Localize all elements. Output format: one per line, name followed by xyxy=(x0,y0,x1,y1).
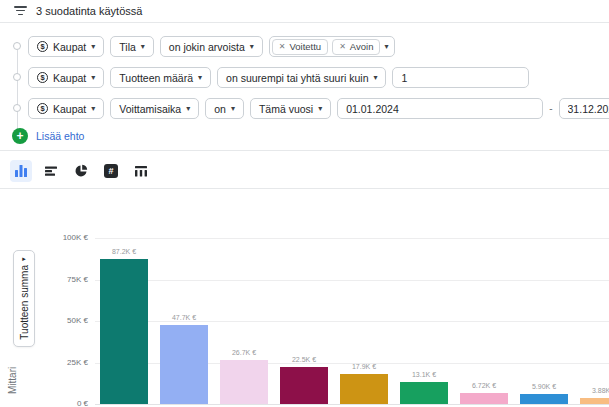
chevron-down-icon: ▾ xyxy=(250,43,254,51)
bar-value-label: 13.1K € xyxy=(394,371,454,378)
date-from-input[interactable] xyxy=(337,98,543,119)
field-select[interactable]: Tila ▾ xyxy=(110,36,154,57)
chevron-down-icon: ▾ xyxy=(141,43,145,51)
bar-value-label: 5.90K € xyxy=(514,383,574,390)
condition-connector-line xyxy=(17,50,18,130)
close-icon[interactable]: ✕ xyxy=(279,42,286,51)
bar-segment[interactable] xyxy=(160,325,208,404)
y-axis-tick-label: 100K € xyxy=(33,233,88,242)
pie-chart-icon[interactable] xyxy=(70,160,92,182)
gridline xyxy=(95,238,609,239)
date-preset-select[interactable]: Tämä vuosi ▾ xyxy=(250,98,331,119)
entity-label: Kaupat xyxy=(53,103,86,115)
chart-type-toolbar: # xyxy=(10,160,152,182)
bar-chart-icon[interactable] xyxy=(40,160,62,182)
table-icon[interactable] xyxy=(130,160,152,182)
chip-label: Avoin xyxy=(350,41,374,52)
chip-label: Voitettu xyxy=(289,41,321,52)
date-range-separator: - xyxy=(549,103,552,114)
hash-glyph: # xyxy=(104,164,118,178)
operator-label: on suurempi tai yhtä suuri kuin xyxy=(226,72,368,84)
bar-value-label: 47.7K € xyxy=(154,314,214,321)
chevron-down-icon: ▾ xyxy=(186,105,190,113)
gridline xyxy=(95,280,609,281)
bar-segment[interactable] xyxy=(100,259,148,404)
operator-select[interactable]: on ▾ xyxy=(205,98,244,119)
condition-radio-1[interactable] xyxy=(13,42,21,50)
header-divider xyxy=(0,22,609,23)
chevron-down-icon: ▾ xyxy=(91,105,95,113)
bar-segment[interactable] xyxy=(340,374,388,404)
filter-row-win-time: $ Kaupat ▾ Voittamisaika ▾ on ▾ Tämä vuo… xyxy=(28,98,609,119)
chevron-down-icon: ▾ xyxy=(318,105,322,113)
field-select[interactable]: Voittamisaika ▾ xyxy=(110,98,199,119)
filters-in-use-label: 3 suodatinta käytössä xyxy=(36,0,142,22)
number-icon[interactable]: # xyxy=(100,160,122,182)
value-multiselect[interactable]: ✕ Voitettu ✕ Avoin ▾ xyxy=(269,36,396,57)
chevron-down-icon: ▾ xyxy=(198,74,202,82)
bar-value-label: 3.88K € xyxy=(574,387,609,394)
entity-select[interactable]: $ Kaupat ▾ xyxy=(28,98,104,119)
measure-label: Tuotteen summa xyxy=(19,265,30,340)
deal-icon: $ xyxy=(37,103,48,114)
chevron-down-icon: ▾ xyxy=(91,43,95,51)
bar-segment[interactable] xyxy=(400,382,448,404)
operator-label: on xyxy=(214,103,226,115)
add-condition-label: Lisää ehto xyxy=(36,130,84,142)
quantity-value-input[interactable] xyxy=(392,67,529,88)
panel-divider xyxy=(0,150,609,151)
y-axis-tick-label: 50K € xyxy=(33,316,88,325)
gridline xyxy=(95,321,609,322)
y-axis-tick-label: 75K € xyxy=(33,275,88,284)
bar-segment[interactable] xyxy=(580,398,609,404)
deal-icon: $ xyxy=(37,41,48,52)
toolbar-divider xyxy=(0,188,609,189)
bar-value-label: 6.72K € xyxy=(454,382,514,389)
filter-row-status: $ Kaupat ▾ Tila ▾ on jokin arvoista ▾ ✕ … xyxy=(28,36,395,57)
filter-header: 3 suodatinta käytössä xyxy=(0,0,609,22)
gridline xyxy=(95,404,609,405)
entity-select[interactable]: $ Kaupat ▾ xyxy=(28,67,104,88)
date-to-input[interactable] xyxy=(559,98,609,119)
bar-value-label: 17.9K € xyxy=(334,363,394,370)
filter-row-product-quantity: $ Kaupat ▾ Tuotteen määrä ▾ on suurempi … xyxy=(28,67,529,88)
analytics-screen: 3 suodatinta käytössä $ Kaupat ▾ Tila ▾ … xyxy=(0,0,609,407)
bar-segment[interactable] xyxy=(220,360,268,404)
entity-select[interactable]: $ Kaupat ▾ xyxy=(28,36,104,57)
add-condition-button[interactable]: + Lisää ehto xyxy=(12,128,84,144)
operator-select[interactable]: on jokin arvoista ▾ xyxy=(160,36,263,57)
condition-radio-3[interactable] xyxy=(13,104,21,112)
measure-axis-title: Mittari xyxy=(7,350,18,394)
entity-label: Kaupat xyxy=(53,41,86,53)
field-select[interactable]: Tuotteen määrä ▾ xyxy=(110,67,211,88)
close-icon[interactable]: ✕ xyxy=(339,42,346,51)
field-label: Tila xyxy=(119,41,136,53)
operator-select[interactable]: on suurempi tai yhtä suuri kuin ▾ xyxy=(217,67,386,88)
filter-lines-icon xyxy=(14,6,27,16)
column-chart-icon[interactable] xyxy=(10,160,32,182)
bar-segment[interactable] xyxy=(520,394,568,404)
bar-value-label: 26.7K € xyxy=(214,349,274,356)
bar-value-label: 87.2K € xyxy=(94,248,154,255)
bar-value-label: 22.5K € xyxy=(274,356,334,363)
plus-icon: + xyxy=(12,128,28,144)
entity-label: Kaupat xyxy=(53,72,86,84)
operator-label: on jokin arvoista xyxy=(169,41,245,53)
field-label: Tuotteen määrä xyxy=(119,72,193,84)
chip-avoin[interactable]: ✕ Avoin xyxy=(332,39,380,55)
field-label: Voittamisaika xyxy=(119,103,181,115)
chip-voitettu[interactable]: ✕ Voitettu xyxy=(272,39,328,55)
deal-icon: $ xyxy=(37,72,48,83)
y-axis-tick-label: 25K € xyxy=(33,358,88,367)
chevron-down-icon: ▾ xyxy=(384,43,388,51)
chevron-down-icon: ▾ xyxy=(91,74,95,82)
condition-radio-2[interactable] xyxy=(13,73,21,81)
chevron-down-icon: ▾ xyxy=(373,74,377,82)
chevron-right-icon: ▸ xyxy=(22,255,26,262)
bar-segment[interactable] xyxy=(460,393,508,404)
bar-segment[interactable] xyxy=(280,367,328,404)
measure-select-button[interactable]: ▸ Tuotteen summa xyxy=(13,250,35,347)
preset-label: Tämä vuosi xyxy=(259,103,313,115)
chevron-down-icon: ▾ xyxy=(231,105,235,113)
y-axis-tick-label: 0 € xyxy=(33,399,88,407)
